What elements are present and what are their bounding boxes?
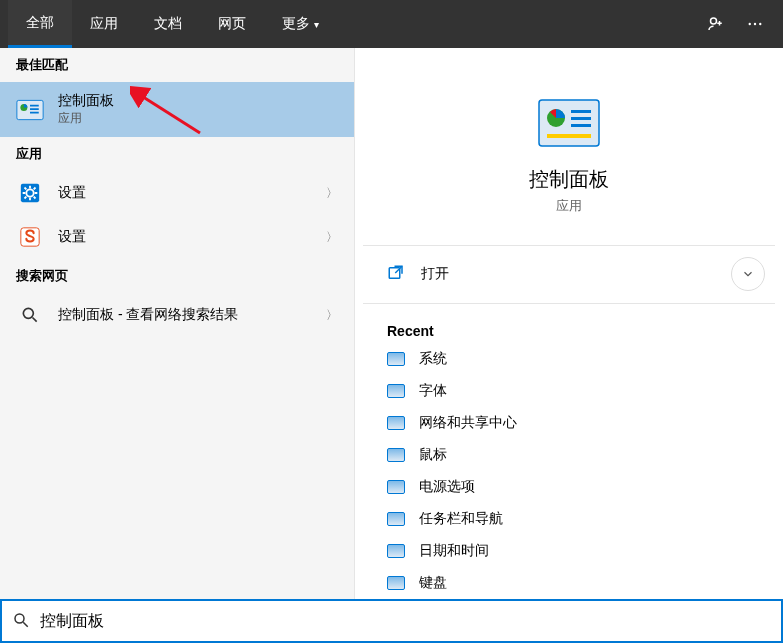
recent-item-label: 鼠标 xyxy=(419,446,447,464)
svg-line-23 xyxy=(23,622,28,627)
svg-rect-17 xyxy=(571,110,591,113)
web-result-prefix: 控制面板 xyxy=(58,306,114,322)
cpl-item-icon xyxy=(387,512,405,526)
feedback-icon[interactable] xyxy=(695,0,735,48)
svg-point-0 xyxy=(711,18,717,24)
recent-item-label: 网络和共享中心 xyxy=(419,414,517,432)
cpl-item-icon xyxy=(387,416,405,430)
recent-item-label: 任务栏和导航 xyxy=(419,510,503,528)
svg-point-22 xyxy=(15,614,24,623)
more-options-icon[interactable] xyxy=(735,0,775,48)
results-panel: 最佳匹配 控制面板 应用 应用 设置 xyxy=(0,48,355,599)
detail-panel: 控制面板 应用 打开 Recent 系统 字体 网络和共享中心 鼠标 电源选项 … xyxy=(355,48,783,599)
tab-docs[interactable]: 文档 xyxy=(136,0,200,48)
recent-item[interactable]: 系统 xyxy=(375,343,763,375)
divider xyxy=(363,245,775,246)
search-icon xyxy=(16,303,44,327)
svg-line-14 xyxy=(33,318,37,322)
recent-item-label: 键盘 xyxy=(419,574,447,592)
chevron-right-icon: 〉 xyxy=(326,307,338,324)
control-panel-large-icon xyxy=(537,98,601,148)
settings-icon xyxy=(16,181,44,205)
tab-apps[interactable]: 应用 xyxy=(72,0,136,48)
web-search-result[interactable]: 控制面板 - 查看网络搜索结果 〉 xyxy=(0,293,354,337)
search-bar[interactable] xyxy=(0,599,783,643)
best-match-title: 控制面板 xyxy=(58,92,338,110)
recent-item[interactable]: 键盘 xyxy=(375,567,763,599)
best-match-header: 最佳匹配 xyxy=(0,48,354,82)
svg-rect-20 xyxy=(547,134,591,138)
recent-item[interactable]: 任务栏和导航 xyxy=(375,503,763,535)
recent-item[interactable]: 字体 xyxy=(375,375,763,407)
tab-more[interactable]: 更多 ▾ xyxy=(264,0,337,48)
recent-item[interactable]: 电源选项 xyxy=(375,471,763,503)
svg-point-3 xyxy=(759,23,761,25)
recent-item[interactable]: 日期和时间 xyxy=(375,535,763,567)
top-tab-bar: 全部 应用 文档 网页 更多 ▾ xyxy=(0,0,783,48)
svg-rect-6 xyxy=(30,104,39,106)
cpl-item-icon xyxy=(387,384,405,398)
svg-rect-18 xyxy=(571,117,591,120)
apps-header: 应用 xyxy=(0,137,354,171)
chevron-right-icon: 〉 xyxy=(326,185,338,202)
chevron-right-icon: 〉 xyxy=(326,229,338,246)
app-result-label: 设置 xyxy=(58,184,318,202)
best-match-result[interactable]: 控制面板 应用 xyxy=(0,82,354,137)
detail-title: 控制面板 xyxy=(529,166,609,193)
divider xyxy=(363,303,775,304)
search-input[interactable] xyxy=(40,612,771,630)
search-web-header: 搜索网页 xyxy=(0,259,354,293)
web-result-suffix: - 查看网络搜索结果 xyxy=(114,306,238,322)
recent-item-label: 日期和时间 xyxy=(419,542,489,560)
expand-button[interactable] xyxy=(731,257,765,291)
cpl-item-icon xyxy=(387,480,405,494)
open-label: 打开 xyxy=(421,265,449,283)
open-icon xyxy=(387,264,407,285)
tab-web[interactable]: 网页 xyxy=(200,0,264,48)
open-action[interactable]: 打开 xyxy=(363,256,731,293)
svg-point-2 xyxy=(754,23,756,25)
recent-item[interactable]: 网络和共享中心 xyxy=(375,407,763,439)
svg-rect-19 xyxy=(571,124,591,127)
search-icon xyxy=(12,611,30,632)
recent-item[interactable]: 鼠标 xyxy=(375,439,763,471)
recent-header: Recent xyxy=(363,313,775,343)
svg-point-13 xyxy=(23,308,33,318)
recent-list: 系统 字体 网络和共享中心 鼠标 电源选项 任务栏和导航 日期和时间 键盘 xyxy=(363,343,775,599)
app-result-label: 设置 xyxy=(58,228,318,246)
recent-item-label: 系统 xyxy=(419,350,447,368)
svg-rect-15 xyxy=(539,100,599,146)
control-panel-icon xyxy=(16,98,44,122)
cpl-item-icon xyxy=(387,544,405,558)
svg-rect-7 xyxy=(30,108,39,110)
tab-all[interactable]: 全部 xyxy=(8,0,72,48)
svg-rect-8 xyxy=(30,111,39,113)
tab-more-label: 更多 xyxy=(282,15,310,33)
svg-point-1 xyxy=(749,23,751,25)
app-result-settings-1[interactable]: 设置 〉 xyxy=(0,171,354,215)
app-result-settings-2[interactable]: 设置 〉 xyxy=(0,215,354,259)
recent-item-label: 电源选项 xyxy=(419,478,475,496)
cpl-item-icon xyxy=(387,448,405,462)
cpl-item-icon xyxy=(387,576,405,590)
recent-item-label: 字体 xyxy=(419,382,447,400)
cpl-item-icon xyxy=(387,352,405,366)
detail-subtitle: 应用 xyxy=(556,197,582,215)
sogou-icon xyxy=(16,225,44,249)
best-match-subtitle: 应用 xyxy=(58,110,338,127)
chevron-down-icon: ▾ xyxy=(314,19,319,30)
